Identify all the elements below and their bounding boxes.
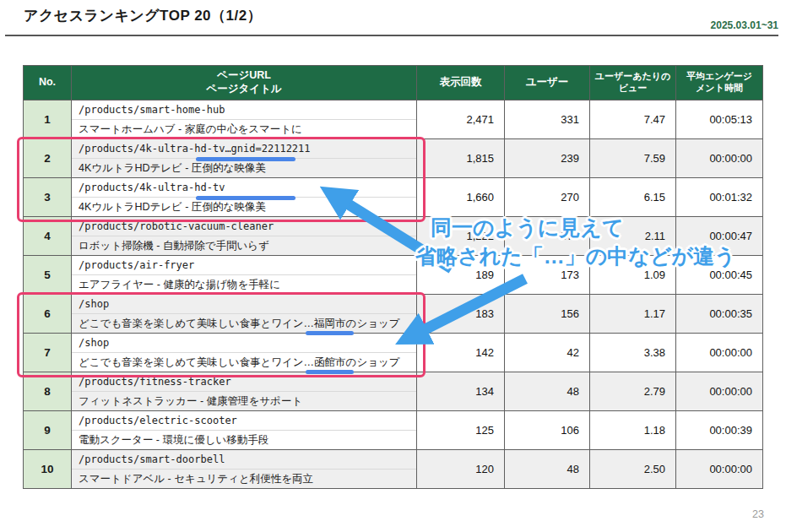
views-cell: 125 — [417, 411, 505, 450]
rank-cell: 9 — [24, 411, 72, 450]
page-title: アクセスランキングTOP 20（1/2） — [24, 6, 262, 25]
views-per-user-cell: 1.17 — [590, 295, 676, 334]
views-cell: 1,660 — [417, 178, 505, 217]
views-cell: 120 — [417, 450, 505, 489]
views-cell: 134 — [417, 372, 505, 411]
users-cell: 42 — [505, 334, 590, 372]
engagement-cell: 00:00:39 — [676, 411, 763, 450]
column-header-page: ページURL ページタイトル — [72, 66, 417, 100]
engagement-cell: 00:00:00 — [676, 372, 763, 411]
column-header-views: 表示回数 — [417, 66, 505, 100]
column-header-engagement: 平均エンゲージ メント時間 — [676, 66, 763, 100]
page-cell: /products/robotic-vacuum-cleaner ロボット掃除機… — [72, 217, 417, 256]
rank-cell: 8 — [24, 372, 72, 411]
page-cell: /products/smart-home-hub スマートホームハブ - 家庭の… — [72, 100, 417, 139]
page-url: /products/fitness-tracker — [72, 372, 416, 391]
page-title-text: どこでも音楽を楽しめて美味しい食事とワイン…福岡市のショップ — [72, 313, 416, 333]
users-cell: 48 — [505, 450, 590, 489]
page-title-text: スマートホームハブ - 家庭の中心をスマートに — [72, 119, 416, 138]
page-cell: /shop どこでも音楽を楽しめて美味しい食事とワイン…福岡市のショップ — [72, 295, 417, 334]
column-header-views-per-user: ユーザーあたりの ビュー — [590, 66, 676, 100]
views-per-user-cell: 1.18 — [590, 411, 676, 450]
users-cell: 270 — [505, 178, 590, 217]
page-title-text: フィットネストラッカー - 健康管理をサポート — [72, 391, 416, 410]
access-ranking-table: No. ページURL ページタイトル 表示回数 ユーザー ユーザーあたりの ビュ… — [23, 65, 763, 489]
engagement-cell: 00:00:00 — [676, 139, 763, 178]
page-url: /products/robotic-vacuum-cleaner — [72, 217, 416, 236]
column-header-page-url: ページURL — [217, 69, 271, 83]
page-url: /shop — [72, 295, 416, 313]
users-cell: 239 — [505, 139, 590, 178]
rank-cell: 2 — [24, 139, 72, 178]
views-per-user-cell: 7.59 — [590, 139, 676, 178]
views-cell: 1,222 — [417, 217, 505, 256]
page-cell: /shop どこでも音楽を楽しめて美味しい食事とワイン…函館市のショップ — [72, 334, 417, 372]
users-cell: 106 — [505, 411, 590, 450]
title-divider — [5, 35, 778, 36]
rank-cell: 7 — [24, 334, 72, 372]
views-per-user-cell: 1.09 — [590, 256, 676, 295]
engagement-cell: 00:01:32 — [676, 178, 763, 217]
column-header-page-title: ページタイトル — [206, 83, 281, 96]
page-url: /shop — [72, 334, 416, 352]
column-header-no: No. — [24, 66, 72, 100]
page-number: 23 — [752, 508, 764, 520]
page-url: /products/smart-home-hub — [72, 100, 416, 119]
page-title-text: どこでも音楽を楽しめて美味しい食事とワイン…函館市のショップ — [72, 352, 416, 372]
views-per-user-cell: 7.47 — [590, 100, 676, 139]
page-cell: /products/electric-scooter 電動スクーター - 環境に… — [72, 411, 417, 450]
engagement-cell: 00:00:00 — [676, 450, 763, 489]
page-cell: /products/air-fryer エアフライヤー - 健康的な揚げ物を手軽… — [72, 256, 417, 295]
views-cell: 189 — [417, 256, 505, 295]
page-url: /products/air-fryer — [72, 256, 416, 274]
users-cell: 173 — [505, 256, 590, 295]
engagement-cell: 00:00:35 — [676, 295, 763, 334]
page-url: /products/4k-ultra-hd-tv…gnid=22112211 — [72, 139, 416, 158]
page-cell: /products/4k-ultra-hd-tv…gnid=22112211 4… — [72, 139, 417, 178]
views-cell: 183 — [417, 295, 505, 334]
rank-cell: 10 — [24, 450, 72, 489]
page-title-text: スマートドアベル - セキュリティと利便性を両立 — [72, 469, 416, 488]
rank-cell: 4 — [24, 217, 72, 256]
rank-cell: 3 — [24, 178, 72, 217]
page-title-text: 4KウルトラHDテレビ - 圧倒的な映像美 — [72, 158, 416, 177]
page-url: /products/electric-scooter — [72, 411, 416, 430]
page-url: /products/smart-doorbell — [72, 450, 416, 469]
users-cell: 578 — [505, 217, 590, 256]
date-range-label: 2025.03.01~31 — [711, 19, 778, 31]
views-per-user-cell: 2.50 — [590, 450, 676, 489]
views-cell: 142 — [417, 334, 505, 372]
views-cell: 1,815 — [417, 139, 505, 178]
engagement-cell: 00:00:45 — [676, 256, 763, 295]
page-title-text: 4KウルトラHDテレビ - 圧倒的な映像美 — [72, 197, 416, 216]
rank-cell: 5 — [24, 256, 72, 295]
page-url: /products/4k-ultra-hd-tv — [72, 178, 416, 197]
users-cell: 156 — [505, 295, 590, 334]
views-per-user-cell: 2.79 — [590, 372, 676, 411]
page-title-text: 電動スクーター - 環境に優しい移動手段 — [72, 430, 416, 449]
engagement-cell: 00:00:47 — [676, 217, 763, 256]
views-per-user-cell: 3.38 — [590, 334, 676, 372]
page-title-text: エアフライヤー - 健康的な揚げ物を手軽に — [72, 274, 416, 294]
rank-cell: 6 — [24, 295, 72, 334]
engagement-cell: 00:00:00 — [676, 334, 763, 372]
views-cell: 2,471 — [417, 100, 505, 139]
page-cell: /products/4k-ultra-hd-tv 4KウルトラHDテレビ - 圧… — [72, 178, 417, 217]
views-per-user-cell: 6.15 — [590, 178, 676, 217]
views-per-user-cell: 2.11 — [590, 217, 676, 256]
engagement-cell: 00:05:13 — [676, 100, 763, 139]
column-header-users: ユーザー — [505, 66, 590, 100]
page-title-text: ロボット掃除機 - 自動掃除で手間いらず — [72, 236, 416, 255]
users-cell: 48 — [505, 372, 590, 411]
page-cell: /products/smart-doorbell スマートドアベル - セキュリ… — [72, 450, 417, 489]
page-cell: /products/fitness-tracker フィットネストラッカー - … — [72, 372, 417, 411]
users-cell: 331 — [505, 100, 590, 139]
rank-cell: 1 — [24, 100, 72, 139]
